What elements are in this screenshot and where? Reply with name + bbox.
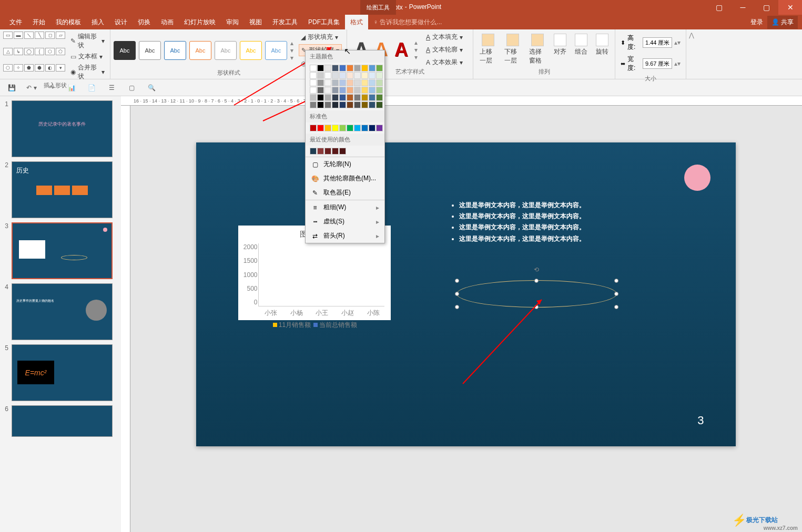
- title-bar: PPT教程2.pptx - PowerPoint 绘图工具 ▢ ─ ▢ ✕: [0, 0, 802, 15]
- chart-x-axis: 小张小杨小王小赵小陈: [258, 309, 387, 318]
- weight-option[interactable]: ≡粗细(W)▸: [306, 200, 384, 214]
- selected-ellipse[interactable]: ⟲: [456, 280, 617, 308]
- rotate-button[interactable]: 旋转: [593, 32, 612, 67]
- app-name: PowerPoint: [409, 3, 441, 12]
- slide-thumbnails[interactable]: 1历史记录中的著名事件 2历史 3 4历史事件的重要人物的姓名 5E=mc² 6: [0, 96, 121, 532]
- shape-style-gallery[interactable]: Abc Abc Abc Abc Abc Abc Abc ▴▾▾: [114, 39, 293, 62]
- chart-y-axis: 2000150010005000: [243, 243, 258, 306]
- tab-format[interactable]: 格式: [345, 15, 368, 29]
- thumb-6[interactable]: [12, 405, 113, 437]
- width-control[interactable]: ⬌ 宽度:▴▾: [621, 55, 681, 73]
- standard-colors-label: 标准色: [306, 110, 384, 122]
- tab-animations[interactable]: 动画: [156, 15, 179, 30]
- zoom-icon[interactable]: 🔍: [146, 83, 157, 93]
- watermark: ⚡极光下载站 www.xz7.com: [707, 508, 802, 532]
- ribbon: ▭▬＼╲◻▱ △↳◯{⬡⬠ ⬡✧⬟⬢◐▾ ✎ 编辑形状 ▾ ▭ 文本框 ▾ ◉ …: [0, 29, 802, 79]
- slide-number: 3: [697, 414, 704, 427]
- login-link[interactable]: 登录: [750, 18, 763, 27]
- height-input[interactable]: [643, 37, 672, 48]
- workspace: 1历史记录中的著名事件 2历史 3 4历史事件的重要人物的姓名 5E=mc² 6…: [0, 96, 802, 532]
- group-size: 大小: [618, 75, 683, 84]
- more-colors-option[interactable]: 🎨其他轮廓颜色(M)...: [306, 171, 384, 186]
- tab-home[interactable]: 开始: [27, 15, 50, 30]
- no-outline-option[interactable]: ▢无轮廓(N): [306, 157, 384, 171]
- standard-color-grid[interactable]: [306, 122, 384, 134]
- rotate-handle-icon[interactable]: ⟲: [534, 266, 539, 273]
- recent-colors-label: 最近使用的颜色: [306, 134, 384, 146]
- tab-transitions[interactable]: 切换: [133, 15, 156, 30]
- tab-design[interactable]: 设计: [109, 15, 133, 30]
- width-input[interactable]: [643, 58, 672, 69]
- collapse-ribbon-icon[interactable]: ⋀: [686, 29, 697, 79]
- from-beginning-icon[interactable]: ▢: [126, 83, 137, 93]
- pink-circle-shape[interactable]: [684, 165, 710, 191]
- bring-forward-button[interactable]: 上移一层: [476, 32, 499, 67]
- share-button[interactable]: 👤 共享: [767, 16, 798, 29]
- context-tab-drawing[interactable]: 绘图工具: [360, 0, 396, 15]
- maximize-button[interactable]: ▢: [755, 0, 778, 15]
- ruler-vertical: [121, 106, 130, 532]
- current-slide[interactable]: 这里是举例文本内容，这里是举例文本内容。 这里是举例文本内容，这里是举例文本内容…: [196, 142, 736, 446]
- close-button[interactable]: ✕: [778, 0, 802, 15]
- thumb-2[interactable]: 历史: [12, 161, 113, 218]
- recent-color-grid[interactable]: [306, 146, 384, 157]
- text-effects-button[interactable]: A 文本效果 ▾: [424, 57, 465, 68]
- height-control[interactable]: ⬍ 高度:▴▾: [621, 34, 681, 52]
- thumb-4[interactable]: 历史事件的重要人物的姓名: [12, 283, 113, 340]
- slide-editor: 16 · 15 · 14 · 13 · 12 · 11 · 10 · 9 · 8…: [121, 96, 802, 532]
- ruler-horizontal: 16 · 15 · 14 · 13 · 12 · 11 · 10 · 9 · 8…: [121, 96, 802, 106]
- align-button[interactable]: 对齐: [551, 32, 570, 67]
- selection-pane-button[interactable]: 选择窗格: [526, 32, 549, 67]
- theme-color-grid[interactable]: [306, 63, 384, 110]
- tab-review[interactable]: 审阅: [221, 15, 244, 30]
- merge-shapes-button[interactable]: ◉ 合并形状 ▾: [68, 63, 107, 81]
- group-insert-shapes: 插入形状: [3, 81, 107, 90]
- tab-view[interactable]: 视图: [244, 15, 267, 30]
- group-button[interactable]: 组合: [572, 32, 591, 67]
- thumb-1[interactable]: 历史记录中的著名事件: [12, 100, 113, 157]
- touch-mode-icon[interactable]: ☰: [106, 83, 117, 93]
- thumb-5[interactable]: E=mc²: [12, 344, 113, 401]
- thumb-3[interactable]: [12, 222, 113, 279]
- text-fill-button[interactable]: A 文本填充 ▾: [424, 32, 465, 43]
- send-backward-button[interactable]: 下移一层: [501, 32, 524, 67]
- slide-bullets[interactable]: 这里是举例文本内容，这里是举例文本内容。 这里是举例文本内容，这里是举例文本内容…: [449, 200, 585, 245]
- edit-shape-button[interactable]: ✎ 编辑形状 ▾: [68, 32, 107, 50]
- tab-templates[interactable]: 我的模板: [50, 15, 86, 30]
- dashes-option[interactable]: ┅虚线(S)▸: [306, 214, 384, 229]
- text-outline-button[interactable]: A 文本轮廓 ▾: [424, 44, 465, 55]
- shape-fill-button[interactable]: ◢ 形状填充 ▾: [299, 32, 342, 43]
- theme-colors-label: 主题颜色: [306, 50, 384, 63]
- shapes-gallery[interactable]: ▭▬＼╲◻▱ △↳◯{⬡⬠ ⬡✧⬟⬢◐▾: [3, 32, 65, 79]
- chart-legend: 11月销售额 当前总销售额: [242, 321, 387, 330]
- text-box-button[interactable]: ▭ 文本框 ▾: [68, 52, 107, 62]
- tab-insert[interactable]: 插入: [86, 15, 109, 30]
- eyedropper-option[interactable]: ✎取色器(E): [306, 186, 384, 200]
- tab-pdf[interactable]: PDF工具集: [303, 15, 345, 30]
- outline-color-dropdown: 主题颜色 标准色 最近使用的颜色 ▢无轮廓(N) 🎨其他轮廓颜色(M)... ✎…: [305, 50, 385, 243]
- arrows-option[interactable]: ⇄箭头(R)▸: [306, 229, 384, 243]
- tab-file[interactable]: 文件: [4, 15, 27, 30]
- chart-bars: [259, 243, 384, 306]
- ribbon-options-icon[interactable]: ▢: [707, 0, 731, 15]
- tab-slideshow[interactable]: 幻灯片放映: [179, 15, 221, 30]
- menu-bar: 文件 开始 我的模板 插入 设计 切换 动画 幻灯片放映 审阅 视图 开发工具 …: [0, 15, 802, 29]
- group-arrange: 排列: [476, 68, 612, 77]
- minimize-button[interactable]: ─: [731, 0, 755, 15]
- tab-developer[interactable]: 开发工具: [267, 15, 303, 30]
- tell-me-search[interactable]: ♀ 告诉我您想要做什么...: [368, 15, 447, 30]
